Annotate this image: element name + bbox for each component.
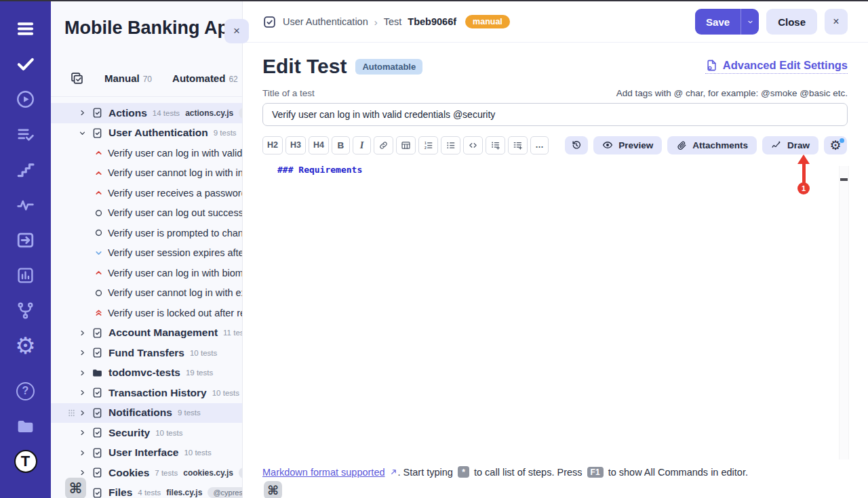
- tree-test-item[interactable]: Verify user receives a password reset em…: [51, 183, 242, 203]
- tests-icon: [16, 54, 35, 74]
- format-ordered-list-button[interactable]: 12: [418, 136, 438, 154]
- format-insert-numbered-steps-button[interactable]: [508, 136, 528, 154]
- title-field-label: Title of a test: [262, 88, 315, 98]
- preview-button[interactable]: Preview: [593, 136, 662, 154]
- chevron-right-icon: [79, 449, 86, 457]
- insert-numbered-steps-icon: [513, 140, 523, 150]
- select-tests-icon[interactable]: [70, 71, 84, 85]
- suite-test-count: 10 tests: [155, 429, 182, 437]
- format-h4-button[interactable]: H4: [309, 136, 329, 154]
- tree-test-item[interactable]: Verify user is prompted to change passwo…: [51, 223, 242, 243]
- doc-icon: [92, 487, 103, 498]
- editor-content[interactable]: ### Requirements: [277, 165, 362, 175]
- suite-label: Transaction History: [108, 387, 207, 399]
- markdown-format-link[interactable]: Markdown format supported: [262, 467, 398, 478]
- sidebar-item-tests[interactable]: [0, 49, 51, 79]
- format-button-label: H2: [267, 140, 278, 150]
- editor-settings-button[interactable]: ⚙: [824, 136, 847, 154]
- sidebar-item-runs[interactable]: [0, 84, 51, 114]
- tree-test-item[interactable]: Verify user session expires after inacti…: [51, 243, 242, 264]
- tree-suite-security[interactable]: Security10 tests: [51, 423, 242, 443]
- dismiss-button[interactable]: ×: [825, 9, 848, 35]
- tree-suite-actions[interactable]: Actions14 testsactions.cy.js@c: [51, 103, 242, 123]
- test-title-input[interactable]: [262, 103, 848, 126]
- tree-suite-fund-transfers[interactable]: Fund Transfers10 tests: [51, 343, 242, 363]
- sidebar-item-settings[interactable]: ⚙: [0, 331, 51, 360]
- logo-icon: T: [14, 450, 37, 473]
- format-h2-button[interactable]: H2: [262, 136, 283, 154]
- tree-test-item[interactable]: Verify user can log in with valid creden…: [51, 143, 242, 163]
- sidebar-item-steps[interactable]: [0, 154, 51, 184]
- priority-high-icon: [94, 148, 103, 157]
- runs-icon: [16, 89, 35, 109]
- format-more-button[interactable]: …: [530, 136, 549, 154]
- tree-suite-user-authentication[interactable]: User Authentication9 tests: [51, 123, 242, 144]
- main-area: User Authentication › Test Tbeb9066f man…: [243, 1, 868, 498]
- save-button[interactable]: Save: [695, 9, 741, 35]
- suite-test-count: 10 tests: [190, 349, 217, 357]
- tab-automated[interactable]: Automated 62: [172, 72, 238, 84]
- tabs-divider: [51, 96, 242, 97]
- priority-normal-icon: [94, 209, 103, 217]
- format-italic-button[interactable]: I: [353, 136, 371, 154]
- tree-test-item[interactable]: Verify user can log in with biometrics: [51, 263, 242, 283]
- breadcrumb-entity: Test: [384, 16, 402, 27]
- format-table-button[interactable]: [396, 136, 416, 154]
- doc-icon: [92, 447, 103, 459]
- projects-icon: [16, 417, 35, 436]
- save-split-button: Save: [695, 9, 759, 35]
- star-key-hint: *: [458, 466, 469, 478]
- tree-test-item[interactable]: Verify user can log out successfully: [51, 203, 242, 224]
- panel-close-button[interactable]: ×: [224, 19, 249, 43]
- format-code-button[interactable]: [463, 136, 483, 154]
- doc-icon: [92, 107, 103, 119]
- sidebar-item-pulls[interactable]: [0, 225, 51, 255]
- tree-suite-todomvc-tests[interactable]: todomvc-tests19 tests: [51, 363, 242, 383]
- suite-label: Account Management: [108, 327, 218, 339]
- format-h3-button[interactable]: H3: [285, 136, 306, 154]
- sidebar-item-analytics[interactable]: [0, 260, 51, 290]
- advanced-edit-settings-link[interactable]: Advanced Edit Settings: [705, 59, 848, 74]
- sidebar-icon-list: ⚙?T: [0, 1, 51, 476]
- tree-test-item[interactable]: Verify user cannot log in with expired c…: [51, 283, 242, 304]
- format-bullet-list-button[interactable]: [441, 136, 460, 154]
- tree-suite-account-management[interactable]: Account Management11 tests: [51, 323, 242, 344]
- tree-suite-notifications[interactable]: Notifications9 tests: [51, 403, 242, 423]
- close-button[interactable]: Close: [766, 9, 817, 35]
- folder-icon: [92, 367, 103, 379]
- tree-suite-transaction-history[interactable]: Transaction History10 tests: [51, 383, 242, 403]
- attachments-button[interactable]: Attachments: [667, 136, 757, 154]
- sidebar-item-branches[interactable]: [0, 295, 51, 325]
- tree-test-item[interactable]: Verify user is locked out after repeated…: [51, 303, 242, 323]
- sidebar-item-help[interactable]: ?: [0, 376, 51, 406]
- breadcrumb: User Authentication › Test Tbeb9066f man…: [262, 15, 695, 29]
- header-buttons: Save Close ×: [695, 9, 848, 35]
- breadcrumb-test-id: Tbeb9066f: [408, 16, 456, 27]
- history-button[interactable]: [565, 136, 588, 154]
- format-bold-button[interactable]: B: [332, 136, 350, 154]
- plans-icon: [16, 125, 35, 144]
- steps-icon: [16, 160, 35, 180]
- test-check-icon: [262, 15, 277, 29]
- sidebar-item-plans[interactable]: [0, 119, 51, 149]
- tree-suite-user-interface[interactable]: User Interface10 tests: [51, 443, 242, 463]
- editor-overview-ruler[interactable]: [839, 166, 849, 459]
- suite-test-count: 14 tests: [153, 109, 180, 117]
- breadcrumb-suite[interactable]: User Authentication: [283, 16, 368, 27]
- format-insert-bullet-steps-button[interactable]: [486, 136, 505, 154]
- sidebar-item-projects[interactable]: [0, 411, 51, 441]
- draw-button[interactable]: Draw: [762, 136, 818, 154]
- sidebar-item-menu[interactable]: [0, 14, 51, 43]
- tab-manual[interactable]: Manual 70: [104, 72, 152, 84]
- sidebar-item-logo[interactable]: T: [0, 447, 51, 476]
- format-link-button[interactable]: [374, 136, 393, 154]
- window-top-border: [0, 0, 868, 1]
- tree-test-item[interactable]: Verify user cannot log in with invalid c…: [51, 163, 242, 184]
- sidebar-item-pulse[interactable]: [0, 190, 51, 220]
- format-button-label: H3: [290, 140, 301, 150]
- page-title: Edit Test: [262, 55, 347, 78]
- chevron-right-icon: [79, 469, 86, 476]
- save-options-button[interactable]: [741, 9, 759, 35]
- hint-text-1: . Start typing: [398, 467, 456, 478]
- doc-icon: [92, 127, 103, 139]
